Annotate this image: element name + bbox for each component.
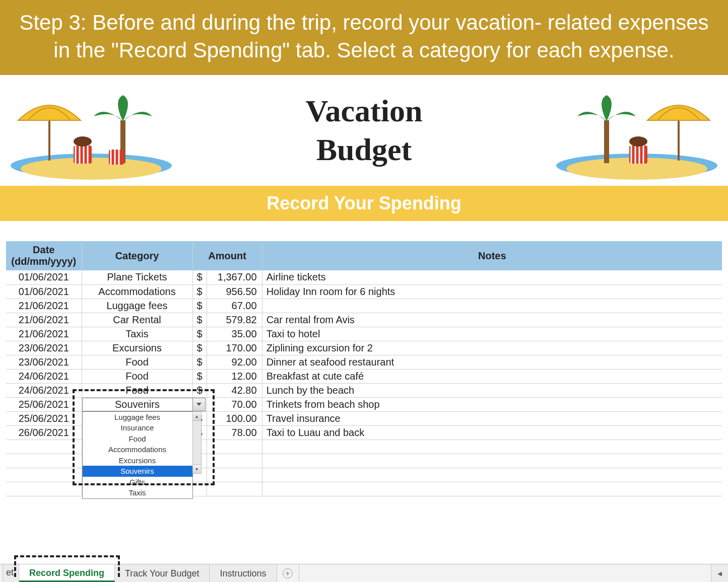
cell-amount[interactable]: 78.00 [207,425,262,440]
cell-category[interactable]: Taxis [82,327,192,341]
cell-notes[interactable]: Lunch by the beach [262,383,722,397]
cell-category[interactable]: SouvenirsLuggage feesInsuranceFoodAccomm… [82,397,192,411]
cell-date[interactable]: 21/06/2021 [6,327,82,341]
cell-empty[interactable] [6,482,82,496]
cell-empty[interactable] [262,454,722,468]
cell-currency[interactable]: $ [192,341,207,355]
cell-date[interactable]: 21/06/2021 [6,313,82,327]
tab-scroll-left[interactable]: ◂ [711,564,728,582]
cell-date[interactable]: 23/06/2021 [6,355,82,369]
cell-notes[interactable]: Airline tickets [262,270,722,284]
cell-date[interactable]: 01/06/2021 [6,270,82,284]
dropdown-option[interactable]: Food [83,433,192,445]
cell-empty[interactable] [6,440,82,454]
tab-partial-prev[interactable]: et [3,564,19,582]
beach-scene-left [8,80,174,181]
category-dropdown-selected[interactable]: Souvenirs [82,398,193,411]
cell-amount[interactable]: 956.50 [207,284,262,299]
cell-empty[interactable] [6,468,82,482]
cell-empty[interactable] [262,482,722,496]
cell-amount[interactable]: 1,367.00 [207,270,262,284]
cell-notes[interactable]: Travel insurance [262,411,722,425]
cell-notes[interactable]: Taxi to hotel [262,327,722,341]
dropdown-arrow-button[interactable] [192,398,206,411]
sheet-tab[interactable]: Track Your Budget [115,564,210,582]
dropdown-option[interactable]: Taxis [83,487,192,498]
cell-empty[interactable] [207,440,262,454]
cell-date[interactable]: 21/06/2021 [6,299,82,313]
cell-currency[interactable]: $ [192,383,207,397]
cell-amount[interactable]: 12.00 [207,369,262,383]
table-row: 21/06/2021Taxis$35.00Taxi to hotel [6,327,722,341]
cell-category[interactable]: Excursions [82,341,192,355]
cell-category[interactable]: Food [82,369,192,383]
col-header-date[interactable]: Date (dd/mm/yyyy) [6,241,82,270]
cell-notes[interactable]: Breakfast at cute café [262,369,722,383]
cell-currency[interactable]: $ [192,369,207,383]
sheet-tabs-bar: et Record SpendingTrack Your BudgetInstr… [0,564,728,582]
cell-category[interactable]: Luggage fees [82,299,192,313]
table-row: 21/06/2021Luggage fees$67.00 [6,299,722,313]
cell-category[interactable]: Accommodations [82,284,192,299]
cell-currency[interactable]: $ [192,327,207,341]
cell-date[interactable]: 25/06/2021 [6,411,82,425]
dropdown-option[interactable]: Accommodations [83,444,192,455]
cell-notes[interactable] [262,299,722,313]
add-sheet-button[interactable]: + [277,564,299,582]
cell-empty[interactable] [207,454,262,468]
cell-date[interactable]: 01/06/2021 [6,284,82,299]
cell-notes[interactable]: Dinner at seafood restaurant [262,355,722,369]
sheet-tab[interactable]: Record Spending [19,564,115,582]
dropdown-option[interactable]: Souvenirs [83,466,192,477]
cell-currency[interactable]: $ [192,299,207,313]
spending-table: Date (dd/mm/yyyy) Category Amount Notes … [6,241,722,496]
scroll-down-icon[interactable]: ▾ [193,464,201,473]
cell-category[interactable]: Food [82,355,192,369]
cell-empty[interactable] [207,482,262,496]
cell-currency[interactable]: $ [192,270,207,284]
cell-amount[interactable]: 170.00 [207,341,262,355]
cell-notes[interactable]: Holiday Inn room for 6 nights [262,284,722,299]
cell-date[interactable]: 26/06/2021 [6,425,82,440]
dropdown-scrollbar[interactable]: ▴▾ [192,411,202,474]
cell-currency[interactable]: $ [192,284,207,299]
cell-date[interactable]: 24/06/2021 [6,383,82,397]
cell-category[interactable]: Food [82,383,192,397]
cell-empty[interactable] [192,482,207,496]
cell-notes[interactable]: Taxi to Luau and back [262,425,722,440]
col-header-category[interactable]: Category [82,241,192,270]
cell-category[interactable]: Car Rental [82,313,192,327]
cell-amount[interactable]: 42.80 [207,383,262,397]
col-header-amount[interactable]: Amount [192,241,262,270]
col-header-notes[interactable]: Notes [262,241,722,270]
table-row: 24/06/2021Food$42.80Lunch by the beach [6,383,722,397]
cell-notes[interactable]: Ziplining excursion for 2 [262,341,722,355]
cell-amount[interactable]: 67.00 [207,299,262,313]
cell-empty[interactable] [6,454,82,468]
cell-amount[interactable]: 579.82 [207,313,262,327]
cell-date[interactable]: 24/06/2021 [6,369,82,383]
cell-date[interactable]: 23/06/2021 [6,341,82,355]
dropdown-option[interactable]: Excursions [83,455,192,466]
cell-notes[interactable]: Trinkets from beach shop [262,397,722,411]
dropdown-option[interactable]: Luggage fees [83,412,192,423]
sheet-tab[interactable]: Instructions [210,564,277,582]
cell-empty[interactable] [207,468,262,482]
scroll-up-icon[interactable]: ▴ [193,412,201,421]
page-title-line2: Budget [306,130,423,170]
cell-empty[interactable] [262,468,722,482]
cell-empty[interactable] [262,440,722,454]
cell-currency[interactable]: $ [192,355,207,369]
cell-currency[interactable]: $ [192,313,207,327]
cell-notes[interactable]: Car rental from Avis [262,313,722,327]
dropdown-option[interactable]: Insurance [83,422,192,433]
svg-point-9 [74,136,92,147]
cell-amount[interactable]: 92.00 [207,355,262,369]
cell-category[interactable]: Plane Tickets [82,270,192,284]
cell-date[interactable]: 25/06/2021 [6,397,82,411]
cell-amount[interactable]: 100.00 [207,411,262,425]
cell-amount[interactable]: 35.00 [207,327,262,341]
table-row: 01/06/2021Accommodations$956.50Holiday I… [6,284,722,299]
dropdown-option[interactable]: Gifts [83,477,192,488]
cell-amount[interactable]: 70.00 [207,397,262,411]
